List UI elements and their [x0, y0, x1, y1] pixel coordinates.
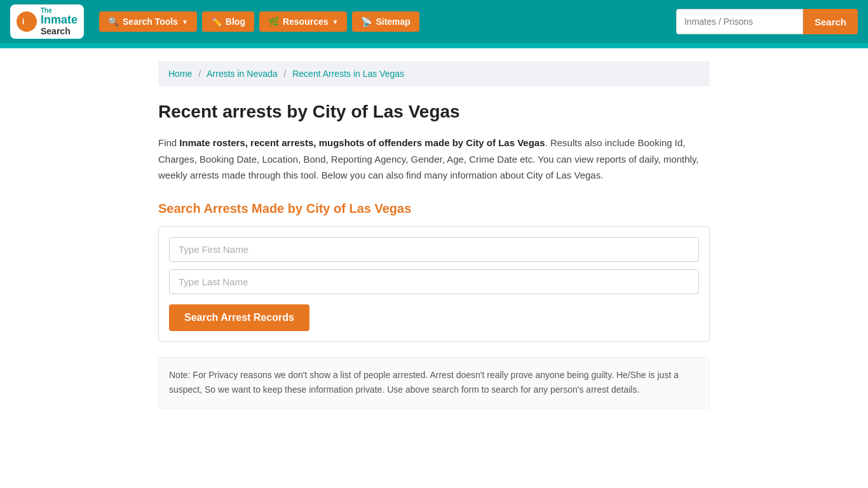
search-arrest-label: Search Arrest Records [184, 312, 294, 323]
navbar: i The Inmate Search 🔍 Search Tools ▼ ✏️ … [0, 0, 868, 43]
chevron-down-icon-resources: ▼ [332, 18, 339, 25]
breadcrumb-sep-2: / [283, 69, 286, 79]
breadcrumb-wrap: Home / Arrests in Nevada / Recent Arrest… [158, 61, 710, 86]
nav-search-label: Search [815, 17, 846, 27]
search-form: Search Arrest Records [158, 226, 710, 342]
logo-icon: i [17, 11, 37, 32]
sitemap-label: Sitemap [376, 17, 410, 27]
description-intro: Find [158, 137, 179, 148]
note-box: Note: For Privacy reasons we don't show … [158, 357, 710, 409]
page-title: Recent arrests by City of Las Vegas [158, 102, 710, 122]
breadcrumb: Home / Arrests in Nevada / Recent Arrest… [168, 69, 700, 79]
resources-icon: 🌿 [268, 17, 279, 27]
first-name-input[interactable] [169, 237, 699, 262]
resources-label: Resources [283, 17, 329, 27]
blog-icon: ✏️ [211, 17, 222, 27]
chevron-down-icon: ▼ [182, 18, 188, 25]
blog-label: Blog [226, 17, 245, 27]
nav-search-input[interactable] [676, 9, 803, 34]
sitemap-icon: 📡 [361, 17, 372, 27]
breadcrumb-current: Recent Arrests in Las Vegas [292, 69, 404, 79]
breadcrumb-sep-1: / [198, 69, 201, 79]
form-section-title: Search Arrests Made by City of Las Vegas [158, 201, 710, 216]
logo-inmate: Inmate [41, 14, 78, 27]
logo-link[interactable]: i The Inmate Search [10, 4, 84, 39]
resources-button[interactable]: 🌿 Resources ▼ [259, 11, 348, 32]
search-tools-label: Search Tools [123, 17, 178, 27]
blog-button[interactable]: ✏️ Blog [202, 11, 254, 32]
nav-search-wrap: Search [676, 9, 858, 34]
logo-search-word: Search [41, 27, 78, 36]
description: Find Inmate rosters, recent arrests, mug… [158, 135, 710, 184]
svg-text:i: i [22, 17, 24, 26]
last-name-input[interactable] [169, 269, 699, 294]
search-arrest-button[interactable]: Search Arrest Records [169, 304, 309, 331]
note-text: Note: For Privacy reasons we don't show … [169, 368, 699, 398]
search-tools-button[interactable]: 🔍 Search Tools ▼ [99, 11, 197, 32]
search-tools-icon: 🔍 [108, 17, 119, 27]
sitemap-button[interactable]: 📡 Sitemap [352, 11, 419, 32]
description-bold: Inmate rosters, recent arrests, mugshots… [179, 137, 545, 148]
breadcrumb-home[interactable]: Home [168, 69, 192, 79]
main-content: Home / Arrests in Nevada / Recent Arrest… [148, 48, 720, 421]
nav-search-button[interactable]: Search [803, 9, 858, 34]
logo-text: The Inmate Search [41, 7, 78, 36]
sub-bar [0, 43, 868, 48]
logo-box: i The Inmate Search [10, 4, 84, 39]
breadcrumb-arrests[interactable]: Arrests in Nevada [207, 69, 277, 79]
